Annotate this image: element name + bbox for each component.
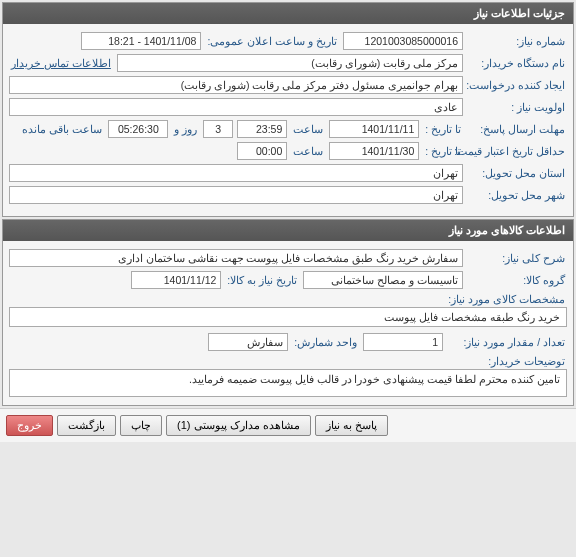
buyer-org: مرکز ملی رقابت (شورای رقابت)	[117, 54, 463, 72]
priority: عادی	[9, 98, 463, 116]
delivery-prov: تهران	[9, 164, 463, 182]
price-valid-time: 00:00	[237, 142, 287, 160]
qty-label: تعداد / مقدار مورد نیاز:	[447, 336, 567, 348]
buyer-org-label: نام دستگاه خریدار:	[467, 57, 567, 69]
remaining-label: ساعت باقی مانده	[20, 123, 104, 135]
attachments-button[interactable]: مشاهده مدارک پیوستی (1)	[166, 415, 311, 436]
buyer-notes: تامین کننده محترم لطفا قیمت پیشنهادی خود…	[9, 369, 567, 397]
unit-label: واحد شمارش:	[292, 336, 359, 348]
item-spec-label: مشخصات کالای مورد نیاز:	[446, 293, 567, 305]
days-remaining: 3	[203, 120, 233, 138]
reply-deadline-label: مهلت ارسال پاسخ:	[467, 123, 567, 135]
unit: سفارش	[208, 333, 288, 351]
panel2-title: اطلاعات کالاهای مورد نیاز	[3, 220, 573, 241]
price-valid-label: حداقل تاریخ اعتبار قیمت:	[467, 145, 567, 157]
group: تاسیسات و مصالح ساختمانی	[303, 271, 463, 289]
desc-label: شرح کلی نیاز:	[467, 252, 567, 264]
reply-time: 23:59	[237, 120, 287, 138]
delivery-city: تهران	[9, 186, 463, 204]
respond-button[interactable]: پاسخ به نیاز	[315, 415, 388, 436]
items-panel: اطلاعات کالاهای مورد نیاز شرح کلی نیاز: …	[2, 219, 574, 406]
delivery-city-label: شهر محل تحویل:	[467, 189, 567, 201]
time-label-1: ساعت	[291, 123, 325, 135]
price-valid-date: 1401/11/30	[329, 142, 419, 160]
buyer-notes-label: توضیحات خریدار:	[486, 355, 567, 367]
need-date-label: تاریخ نیاز به کالا:	[225, 274, 299, 286]
request-no: 1201003085000016	[343, 32, 463, 50]
buyer-contact-link[interactable]: اطلاعات تماس خریدار	[9, 57, 113, 69]
time-label-2: ساعت	[291, 145, 325, 157]
requester-label: ایجاد کننده درخواست:	[467, 79, 567, 91]
days-and-label: روز و	[172, 123, 199, 135]
button-bar: پاسخ به نیاز مشاهده مدارک پیوستی (1) چاپ…	[0, 408, 576, 442]
request-no-label: شماره نیاز:	[467, 35, 567, 47]
public-announce-label: تاریخ و ساعت اعلان عمومی:	[205, 35, 339, 47]
to-date-label-1: تا تاریخ :	[423, 123, 463, 135]
public-announce: 1401/11/08 - 18:21	[81, 32, 201, 50]
delivery-prov-label: استان محل تحویل:	[467, 167, 567, 179]
exit-button[interactable]: خروج	[6, 415, 53, 436]
countdown: 05:26:30	[108, 120, 168, 138]
reply-date: 1401/11/11	[329, 120, 419, 138]
item-spec: خرید رنگ طبقه مشخصات فایل پیوست	[9, 307, 567, 327]
print-button[interactable]: چاپ	[120, 415, 162, 436]
to-date-label-2: تا تاریخ :	[423, 145, 463, 157]
need-date: 1401/11/12	[131, 271, 221, 289]
request-details-panel: جزئیات اطلاعات نیاز شماره نیاز: 12010030…	[2, 2, 574, 217]
qty: 1	[363, 333, 443, 351]
group-label: گروه کالا:	[467, 274, 567, 286]
priority-label: اولویت نیاز :	[467, 101, 567, 113]
desc: سفارش خرید رنگ طبق مشخصات فایل پیوست جهت…	[9, 249, 463, 267]
panel1-title: جزئیات اطلاعات نیاز	[3, 3, 573, 24]
back-button[interactable]: بازگشت	[57, 415, 116, 436]
requester: بهرام جوانمیری مسئول دفتر مرکز ملی رقابت…	[9, 76, 463, 94]
